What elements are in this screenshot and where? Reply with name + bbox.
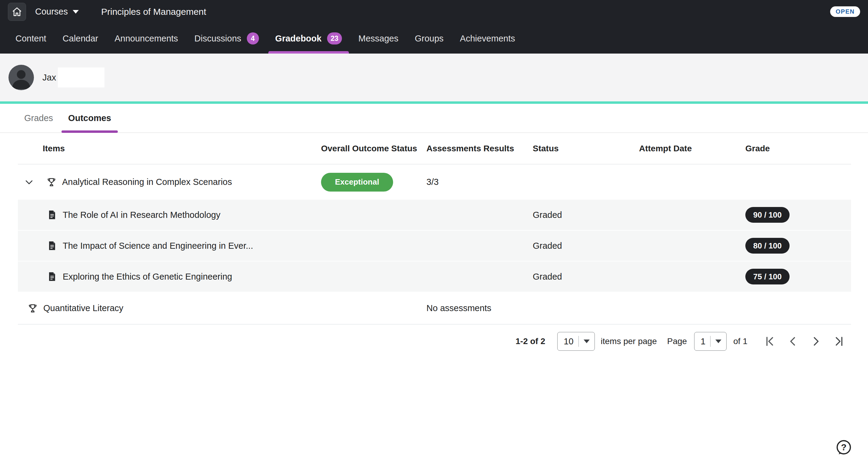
last-page-button[interactable] — [831, 333, 847, 350]
column-header-attempt-date: Attempt Date — [639, 144, 745, 154]
nav-item-label: Gradebook — [275, 34, 322, 43]
nav-item-achievements[interactable]: Achievements — [452, 23, 523, 54]
column-header-overall-outcome-status: Overall Outcome Status — [321, 144, 427, 154]
assessment-title: Exploring the Ethics of Genetic Engineer… — [63, 272, 232, 282]
select-divider — [579, 336, 579, 347]
assessment-title: The Role of AI in Research Methodology — [63, 210, 220, 220]
gradebook-count-badge: 23 — [327, 32, 342, 44]
document-icon — [47, 271, 57, 282]
column-header-assessments-results: Assessments Results — [427, 144, 533, 154]
column-header-items: Items — [18, 144, 321, 154]
courses-dropdown[interactable]: Courses — [35, 7, 79, 16]
nav-item-discussions[interactable]: Discussions 4 — [186, 23, 267, 54]
svg-text:?: ? — [841, 442, 846, 452]
assessment-status: Graded — [533, 241, 562, 251]
help-button[interactable]: ? — [835, 438, 853, 456]
nav-item-label: Announcements — [115, 34, 178, 43]
caret-down-icon — [73, 10, 79, 13]
document-icon — [47, 240, 57, 251]
tab-grades[interactable]: Grades — [18, 104, 60, 133]
outcomes-table: Items Overall Outcome Status Assessments… — [18, 133, 851, 358]
assessments-results-value: No assessments — [427, 303, 491, 313]
student-first-name: Jax — [42, 73, 56, 82]
overall-outcome-status-badge: Exceptional — [321, 173, 393, 192]
courses-label: Courses — [35, 7, 68, 16]
nav-item-announcements[interactable]: Announcements — [106, 23, 186, 54]
previous-page-icon — [786, 335, 799, 348]
tab-outcomes[interactable]: Outcomes — [61, 104, 118, 133]
course-navbar: Content Calendar Announcements Discussio… — [0, 23, 868, 54]
home-icon — [11, 6, 23, 18]
nav-item-messages[interactable]: Messages — [350, 23, 406, 54]
nav-item-label: Achievements — [460, 34, 515, 43]
pagination-range: 1-2 of 2 — [516, 336, 545, 346]
person-avatar-icon — [8, 65, 34, 90]
previous-page-button[interactable] — [784, 333, 801, 350]
open-status-badge: OPEN — [830, 6, 860, 17]
select-divider — [710, 336, 711, 347]
assessment-title: The Impact of Science and Engineering in… — [63, 241, 253, 251]
nav-item-groups[interactable]: Groups — [406, 23, 452, 54]
redacted-last-name — [58, 67, 104, 88]
nav-item-gradebook[interactable]: Gradebook 23 — [267, 23, 350, 54]
table-header-row: Items Overall Outcome Status Assessments… — [18, 133, 851, 164]
caret-down-icon — [715, 339, 721, 343]
teal-divider — [0, 101, 868, 104]
assessment-row: Exploring the Ethics of Genetic Engineer… — [18, 261, 851, 292]
outcome-title: Quantitative Literacy — [43, 303, 123, 313]
page-label: Page — [667, 336, 687, 346]
assessment-status: Graded — [533, 272, 562, 282]
course-title: Principles of Management — [101, 7, 206, 17]
page-number-value: 1 — [701, 336, 705, 346]
last-page-icon — [833, 335, 845, 348]
grade-badge: 80 / 100 — [745, 238, 789, 254]
document-icon — [47, 210, 57, 220]
home-button[interactable] — [8, 3, 26, 21]
grade-badge: 75 / 100 — [745, 269, 789, 285]
next-page-icon — [810, 335, 822, 348]
student-header: Jax — [0, 54, 868, 101]
page-number-select[interactable]: 1 — [694, 332, 726, 351]
items-per-page-select[interactable]: 10 — [557, 332, 594, 351]
assessment-row: The Impact of Science and Engineering in… — [18, 231, 851, 261]
column-header-status: Status — [533, 144, 639, 154]
pagination-buttons — [755, 333, 847, 350]
items-per-page-value: 10 — [564, 336, 573, 346]
collapse-outcome-button[interactable] — [22, 175, 36, 189]
nav-item-calendar[interactable]: Calendar — [55, 23, 106, 54]
first-page-button[interactable] — [762, 333, 778, 350]
top-bar: Courses Principles of Management OPEN — [0, 0, 868, 23]
nav-item-label: Messages — [358, 34, 398, 43]
column-header-grade: Grade — [745, 144, 851, 154]
assessment-row: The Role of AI in Research Methodology G… — [18, 200, 851, 231]
gradebook-tabs: Grades Outcomes — [0, 104, 868, 133]
avatar — [8, 65, 34, 90]
nav-item-label: Content — [16, 34, 46, 43]
outcome-row: Quantitative Literacy No assessments — [18, 292, 851, 324]
outcome-title: Analytical Reasoning in Complex Scenario… — [62, 177, 232, 187]
items-per-page-label: items per page — [601, 336, 657, 346]
caret-down-icon — [584, 339, 590, 343]
pagination-bar: 1-2 of 2 10 items per page Page 1 of 1 — [18, 324, 851, 358]
nav-item-content[interactable]: Content — [7, 23, 55, 54]
discussions-count-badge: 4 — [247, 32, 259, 44]
nav-item-label: Groups — [414, 34, 443, 43]
nav-item-label: Calendar — [63, 34, 98, 43]
nav-item-label: Discussions — [194, 34, 241, 43]
tab-label: Grades — [24, 113, 53, 123]
next-page-button[interactable] — [807, 333, 825, 350]
outcome-row: Analytical Reasoning in Complex Scenario… — [18, 164, 851, 200]
help-question-icon: ? — [835, 438, 852, 456]
first-page-icon — [764, 335, 776, 348]
tab-label: Outcomes — [68, 113, 111, 123]
outcome-trophy-icon — [28, 303, 38, 313]
outcome-trophy-icon — [46, 177, 57, 187]
assessments-results-value: 3/3 — [427, 177, 438, 187]
assessment-status: Graded — [533, 210, 562, 220]
chevron-down-icon — [24, 177, 34, 188]
page-of-label: of 1 — [733, 336, 747, 346]
grade-badge: 90 / 100 — [745, 207, 789, 223]
